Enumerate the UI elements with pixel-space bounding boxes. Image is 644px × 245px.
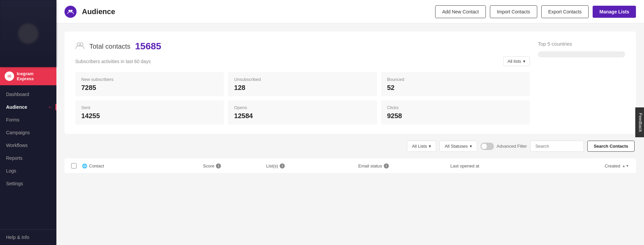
main-content: Audience Add New Contact Import Contacts… bbox=[56, 0, 644, 245]
sidebar-item-help[interactable]: Help & Info bbox=[0, 231, 56, 244]
all-lists-filter[interactable]: All Lists ▾ bbox=[407, 141, 436, 152]
contacts-icon bbox=[75, 41, 85, 52]
manage-lists-button[interactable]: Manage Lists bbox=[593, 6, 636, 18]
stat-label: Bounced bbox=[387, 77, 524, 82]
col-score-label: Score bbox=[203, 163, 214, 168]
svg-point-2 bbox=[77, 43, 80, 46]
stat-label: Opens bbox=[234, 105, 371, 110]
advanced-filter-label: Advanced Filter bbox=[497, 144, 527, 149]
import-contacts-button[interactable]: Import Contacts bbox=[490, 5, 537, 18]
advanced-filter-toggle[interactable] bbox=[480, 143, 494, 150]
header-icon bbox=[64, 6, 77, 18]
activity-header: Subscribers activities in last 60 days A… bbox=[75, 56, 530, 66]
total-contacts-value: 15685 bbox=[135, 41, 161, 52]
search-contacts-button[interactable]: Search Contacts bbox=[587, 141, 635, 152]
stat-label: Sent bbox=[81, 105, 218, 110]
sidebar-item-label: Settings bbox=[6, 181, 23, 186]
search-input[interactable] bbox=[530, 141, 584, 152]
select-all-checkbox[interactable] bbox=[71, 163, 77, 168]
sidebar: ✉ Icegram Express Dashboard Audience ← F… bbox=[0, 0, 56, 245]
col-lists: List(s) i bbox=[266, 163, 353, 168]
col-created-label: Created bbox=[605, 163, 620, 168]
activity-label: Subscribers activities in last 60 days bbox=[75, 59, 151, 64]
all-statuses-filter-label: All Statuses bbox=[445, 144, 468, 149]
col-score: Score i bbox=[203, 163, 261, 168]
content-area: Total contacts 15685 Subscribers activit… bbox=[56, 23, 644, 245]
col-last-opened: Last opened at bbox=[450, 163, 537, 168]
sidebar-item-campaigns[interactable]: Campaigns bbox=[0, 126, 56, 139]
all-statuses-filter[interactable]: All Statuses ▾ bbox=[440, 141, 477, 152]
stat-value: 52 bbox=[387, 84, 524, 92]
sidebar-item-dashboard[interactable]: Dashboard bbox=[0, 88, 56, 101]
sidebar-logo-text: Icegram Express bbox=[17, 71, 52, 81]
col-created: Created ▲▼ bbox=[543, 163, 629, 168]
toggle-knob bbox=[481, 144, 487, 149]
col-opened-label: Last opened at bbox=[450, 163, 479, 168]
stat-box-bounced: Bounced 52 bbox=[381, 72, 530, 96]
stat-box-new-subscribers: New subscribers 7285 bbox=[75, 72, 224, 96]
sidebar-item-forms[interactable]: Forms bbox=[0, 113, 56, 126]
all-lists-filter-label: All Lists bbox=[412, 144, 427, 149]
chevron-down-icon: ▾ bbox=[523, 59, 525, 64]
sidebar-item-logs[interactable]: Logs bbox=[0, 164, 56, 177]
info-icon: i bbox=[280, 163, 285, 168]
stat-box-clicks: Clicks 9258 bbox=[381, 100, 530, 125]
active-arrow-icon: ← bbox=[48, 104, 53, 110]
col-email-label: Email status bbox=[358, 163, 382, 168]
chevron-down-icon: ▾ bbox=[470, 144, 472, 149]
top-countries-panel: Top 5 countries bbox=[538, 41, 625, 125]
sidebar-item-settings[interactable]: Settings bbox=[0, 177, 56, 190]
stat-value: 9258 bbox=[387, 112, 524, 120]
sidebar-item-label: Logs bbox=[6, 168, 16, 174]
chevron-down-icon: ▾ bbox=[429, 144, 431, 149]
sidebar-item-label: Workflows bbox=[6, 143, 28, 148]
total-contacts-label: Total contacts bbox=[89, 43, 130, 50]
filter-bar: All Lists ▾ All Statuses ▾ Advanced Filt… bbox=[64, 141, 636, 152]
info-icon: i bbox=[384, 163, 389, 168]
svg-point-3 bbox=[80, 43, 83, 46]
sidebar-item-label: Reports bbox=[6, 155, 22, 161]
stat-value: 14255 bbox=[81, 112, 218, 120]
col-contact-label: Contact bbox=[89, 163, 104, 168]
col-contact: 🌐 Contact bbox=[82, 163, 197, 168]
sidebar-item-audience[interactable]: Audience ← bbox=[0, 101, 56, 113]
sidebar-item-label: Audience bbox=[6, 104, 27, 110]
total-contacts-row: Total contacts 15685 bbox=[75, 41, 530, 52]
stat-label: Unsubscribed bbox=[234, 77, 371, 82]
col-lists-label: List(s) bbox=[266, 163, 278, 168]
stat-box-unsubscribed: Unsubscribed 128 bbox=[228, 72, 377, 96]
info-icon: i bbox=[216, 163, 221, 168]
stat-box-sent: Sent 14255 bbox=[75, 100, 224, 125]
table-header: 🌐 Contact Score i List(s) i Email status… bbox=[64, 158, 636, 174]
sidebar-item-label: Dashboard bbox=[6, 92, 29, 97]
header-actions: Add New Contact Import Contacts Export C… bbox=[435, 5, 636, 18]
stat-box-opens: Opens 12584 bbox=[228, 100, 377, 125]
stats-main: Total contacts 15685 Subscribers activit… bbox=[75, 41, 530, 125]
sidebar-bottom: Help & Info bbox=[0, 229, 56, 245]
header: Audience Add New Contact Import Contacts… bbox=[56, 0, 644, 23]
col-email-status: Email status i bbox=[358, 163, 445, 168]
top-countries-title: Top 5 countries bbox=[538, 41, 625, 47]
all-lists-dropdown[interactable]: All lists ▾ bbox=[503, 56, 530, 66]
stat-value: 12584 bbox=[234, 112, 371, 120]
sidebar-item-label: Campaigns bbox=[6, 130, 30, 135]
stat-value: 128 bbox=[234, 84, 371, 92]
advanced-filter-toggle-wrap: Advanced Filter bbox=[480, 143, 527, 150]
stats-grid: New subscribers 7285 Unsubscribed 128 Bo… bbox=[75, 72, 530, 125]
icegram-icon: ✉ bbox=[5, 71, 14, 81]
sidebar-item-reports[interactable]: Reports bbox=[0, 152, 56, 164]
sidebar-logo[interactable]: ✉ Icegram Express bbox=[0, 67, 56, 85]
sidebar-item-label: Forms bbox=[6, 117, 19, 122]
stats-card: Total contacts 15685 Subscribers activit… bbox=[64, 32, 636, 134]
all-lists-label: All lists bbox=[508, 59, 521, 64]
feedback-tab[interactable]: Feedback bbox=[635, 107, 644, 137]
countries-bar-1 bbox=[538, 51, 625, 57]
stat-label: New subscribers bbox=[81, 77, 218, 82]
sidebar-item-label: Help & Info bbox=[6, 235, 29, 240]
export-contacts-button[interactable]: Export Contacts bbox=[541, 5, 589, 18]
sidebar-item-workflows[interactable]: Workflows bbox=[0, 139, 56, 152]
svg-point-0 bbox=[68, 10, 71, 12]
globe-icon: 🌐 bbox=[82, 163, 87, 168]
sort-icon[interactable]: ▲▼ bbox=[622, 164, 629, 168]
add-new-contact-button[interactable]: Add New Contact bbox=[435, 5, 486, 18]
